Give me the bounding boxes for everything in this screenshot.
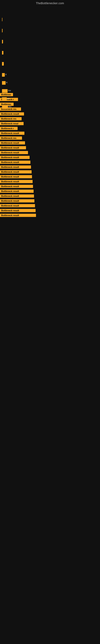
- result-row: Bottleneck result: [0, 164, 100, 170]
- result-bar: Bottleneck result: [0, 190, 34, 193]
- chart-bar: [2, 29, 11, 32]
- result-row: Bottleneck r: [0, 126, 100, 131]
- result-bar: Bottleneck result: [0, 180, 33, 183]
- result-row: Bottleneck result: [0, 189, 100, 194]
- chart-bar: B: [2, 73, 13, 77]
- result-bar: Bottleneck result: [0, 175, 32, 178]
- result-row: Bottleneck result: [0, 131, 100, 136]
- result-bar: Bottleneck result: [0, 199, 34, 202]
- result-row: Bottleneck result: [0, 208, 100, 213]
- result-bar: Bottleneck result: [0, 146, 26, 149]
- result-bar: Bottleneck result: [0, 170, 32, 174]
- chart-bar: [2, 40, 11, 44]
- result-bar: Bottleneck resul: [0, 122, 24, 125]
- result-row: Bottleneck result: [0, 194, 100, 198]
- chart-bar: Bot: [2, 89, 16, 93]
- result-bar: Bottleneck result: [0, 132, 24, 135]
- result-row: Bottleneck result: [0, 170, 100, 174]
- result-row: Bottleneck result: [0, 174, 100, 179]
- chart-area: BBBotBoBot: [0, 6, 100, 90]
- result-row: Bottleneck result: [0, 112, 100, 116]
- site-title: TheBottlenecker.com: [0, 0, 100, 6]
- chart-bar: [2, 18, 10, 21]
- result-row: Bottleneck result: [0, 203, 100, 208]
- result-row: Bottleneck result: [0, 145, 100, 150]
- result-row: Bottleneck result: [0, 155, 100, 160]
- result-bar: Bottleneck result: [0, 209, 36, 212]
- result-bar: Bottleneck result: [0, 185, 33, 188]
- result-row: Bottleneck result: [0, 150, 100, 155]
- result-row: Bottleneck result: [0, 179, 100, 184]
- result-row: Bottleneck r: [0, 97, 100, 102]
- result-bar: Bottleneck result: [0, 204, 35, 207]
- result-bar: Bottleneck result: [0, 151, 28, 154]
- result-bar: Bottlenec: [0, 93, 13, 96]
- result-row: Bottleneck result: [0, 160, 100, 164]
- result-bar: Bottleneck result: [0, 156, 30, 159]
- chart-bar: [2, 62, 12, 66]
- result-row: Bottleneck res: [0, 116, 100, 121]
- result-row: Bottleneck result: [0, 198, 100, 203]
- chart-bar: [2, 51, 11, 54]
- result-bar: Bottleneck r: [0, 127, 18, 130]
- chart-bar: Bo: [2, 97, 15, 101]
- result-bar: Bottleneck res: [0, 136, 22, 140]
- result-bar: Bottleneck result: [0, 112, 24, 116]
- chart-bar: Bot: [2, 105, 16, 109]
- result-row: Bottleneck result: [0, 140, 100, 145]
- result-bar: Bottleneck result: [0, 160, 30, 164]
- result-bar: Bottleneck result: [0, 141, 25, 144]
- result-bar: Bottleneck res: [0, 117, 22, 120]
- result-row: Bottleneck resul: [0, 121, 100, 126]
- result-bar: Bottleneck result: [0, 194, 34, 198]
- result-row: Bottlenec: [0, 92, 100, 97]
- result-bar: Bottleneck result: [0, 214, 36, 217]
- results-section: BottlenecBottleneck rBottlenecBottleneck…: [0, 92, 100, 218]
- chart-bar: B: [2, 81, 14, 85]
- result-row: Bottleneck result: [0, 184, 100, 189]
- result-row: Bottleneck res: [0, 136, 100, 140]
- result-bar: Bottleneck result: [0, 166, 31, 169]
- result-row: Bottleneck result: [0, 213, 100, 218]
